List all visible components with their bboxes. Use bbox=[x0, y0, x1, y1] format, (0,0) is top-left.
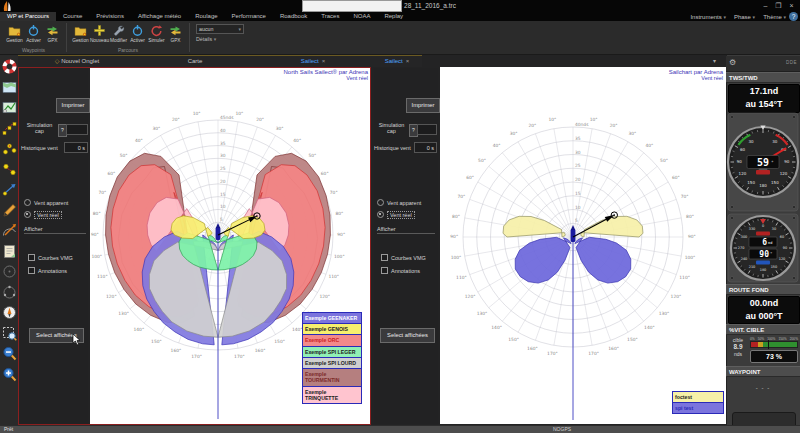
zoom-selection-icon[interactable] bbox=[2, 326, 17, 341]
activer-button[interactable]: Activer bbox=[128, 22, 147, 46]
historique-vent-input[interactable]: 0 s bbox=[64, 142, 88, 153]
map-icon[interactable] bbox=[2, 80, 17, 95]
radio-vent-reel[interactable]: Vent réel bbox=[377, 211, 415, 218]
menu-tab-noaa[interactable]: NOAA bbox=[346, 12, 377, 21]
menu-instruments[interactable]: Instruments ▾ bbox=[690, 14, 726, 20]
ribbon-group-parcours: GestionNouveauModifierActiverSimulerGPXP… bbox=[69, 21, 187, 54]
help-button[interactable]: ? bbox=[789, 12, 798, 21]
svg-text:150°: 150° bbox=[627, 337, 638, 342]
simulation-cap-input[interactable] bbox=[66, 124, 88, 135]
legend-item[interactable]: Exemple GEENAKER bbox=[302, 312, 362, 323]
button-label: Nouveau bbox=[90, 38, 109, 43]
nouveau-button[interactable]: Nouveau bbox=[90, 22, 109, 46]
menu-tab-affichage-m-t-o[interactable]: Affichage météo bbox=[131, 12, 188, 21]
svg-text:210: 210 bbox=[749, 265, 755, 269]
radio-vent-reel[interactable]: Vent réel bbox=[24, 211, 62, 218]
historique-vent-input[interactable]: 0 s bbox=[414, 142, 437, 153]
menu-tab-roulage[interactable]: Roulage bbox=[188, 12, 224, 21]
print-button[interactable]: Imprimer bbox=[56, 98, 90, 113]
simulation-cap-input[interactable] bbox=[417, 124, 437, 135]
menu-tab-pr-visions[interactable]: Prévisions bbox=[89, 12, 131, 21]
gestion-button[interactable]: Gestion bbox=[71, 22, 90, 46]
close-tab-icon[interactable]: × bbox=[406, 58, 410, 64]
route-arrow-icon[interactable] bbox=[2, 182, 17, 197]
tab-sailect[interactable]: Sailect× bbox=[254, 56, 372, 67]
notepad-icon[interactable] bbox=[2, 244, 17, 259]
legend-item[interactable]: foctest bbox=[672, 391, 724, 402]
circle-points-icon[interactable] bbox=[2, 285, 17, 300]
legend-item[interactable]: Exemple SPI LEGER bbox=[302, 346, 362, 357]
map-route-icon[interactable] bbox=[2, 100, 17, 115]
menu-phase[interactable]: Phase ▾ bbox=[734, 14, 755, 20]
close-tab-icon[interactable]: × bbox=[322, 58, 326, 64]
legend-item[interactable]: Exemple TOURMENTIN bbox=[302, 368, 362, 385]
button-label: Modifier bbox=[110, 38, 127, 43]
radio-vent-apparent[interactable]: Vent apparent bbox=[377, 199, 421, 206]
route-dashed-icon[interactable] bbox=[2, 121, 17, 136]
waypoints-icon[interactable] bbox=[2, 141, 17, 156]
parcours-dropdown[interactable]: aucun▾ bbox=[196, 24, 244, 34]
details-toggle[interactable]: Détails ▾ bbox=[196, 36, 244, 42]
menu-tab-replay[interactable]: Replay bbox=[377, 12, 410, 21]
menu-tab-performance[interactable]: Performance bbox=[225, 12, 273, 21]
svg-text:120: 120 bbox=[779, 257, 785, 261]
activer-button[interactable]: Activer bbox=[24, 22, 43, 46]
svg-text:120°: 120° bbox=[465, 294, 476, 299]
checkbox-annotations[interactable]: Annotations bbox=[28, 267, 67, 274]
print-button[interactable]: Imprimer bbox=[406, 98, 440, 113]
folder-icon bbox=[8, 24, 21, 37]
waypoints-group-icon[interactable] bbox=[2, 162, 17, 177]
radio-vent-apparent[interactable]: Vent apparent bbox=[24, 199, 68, 206]
legend-item[interactable]: Exemple TRINQUETTE bbox=[302, 386, 362, 404]
zoom-out-icon[interactable] bbox=[2, 346, 17, 361]
legend-item[interactable]: Exemple GENOIS bbox=[302, 323, 362, 334]
select-affichees-button[interactable]: Select affichées bbox=[380, 328, 435, 343]
svg-text:10°: 10° bbox=[590, 117, 598, 122]
compass-gauge: 03060901201501802102402703003306nd90° bbox=[726, 213, 800, 283]
checkbox-annotations[interactable]: Annotations bbox=[381, 267, 420, 274]
svg-text:70°: 70° bbox=[681, 194, 689, 199]
checkbox-courbes-vmg[interactable]: Courbes VMG bbox=[381, 254, 426, 261]
menu-tab-course[interactable]: Course bbox=[56, 12, 89, 21]
gpx-button[interactable]: GPX bbox=[166, 22, 185, 46]
mob-lifebuoy-icon[interactable] bbox=[2, 59, 17, 74]
checkbox-icon bbox=[28, 254, 35, 261]
checkbox-icon bbox=[381, 267, 388, 274]
gear-icon[interactable]: ⚙ bbox=[729, 58, 736, 67]
svg-text:30°: 30° bbox=[153, 126, 161, 131]
minimize-button[interactable]: – bbox=[759, 1, 772, 11]
legend-item[interactable]: Exemple SPI LOURD bbox=[302, 357, 362, 368]
menu-tab-traces[interactable]: Traces bbox=[314, 12, 346, 21]
menu-theme[interactable]: Thème ▾ bbox=[763, 14, 786, 20]
vit-percent-display: 73 % bbox=[750, 350, 798, 363]
gpx-button[interactable]: GPX bbox=[43, 22, 62, 46]
svg-text:40°: 40° bbox=[293, 138, 301, 143]
tab-nouvel-onglet[interactable]: ◇ Nouvel Onglet bbox=[18, 56, 136, 67]
checkbox-icon bbox=[28, 267, 35, 274]
menu-tab-wp-et-parcours[interactable]: WP et Parcours bbox=[0, 12, 56, 21]
svg-text:60: 60 bbox=[740, 147, 746, 152]
modifier-button[interactable]: Modifier bbox=[109, 22, 128, 46]
tab-carte[interactable]: Carte bbox=[136, 56, 254, 67]
bearing-compass-icon[interactable] bbox=[2, 223, 17, 238]
legend-item[interactable]: spi test bbox=[672, 402, 724, 414]
svg-text:80°: 80° bbox=[335, 211, 343, 216]
simulation-cap-label: Simulation cap bbox=[375, 122, 408, 134]
edit-route-icon[interactable] bbox=[2, 203, 17, 218]
circle-tool-icon[interactable] bbox=[2, 264, 17, 279]
tab-sailect[interactable]: Sailect× bbox=[372, 56, 422, 67]
legend-item[interactable]: Exemple ORC bbox=[302, 334, 362, 345]
close-button[interactable]: × bbox=[785, 1, 798, 11]
maximize-button[interactable]: ❐ bbox=[772, 1, 785, 11]
menu-tab-roadbook[interactable]: Roadbook bbox=[273, 12, 314, 21]
checkbox-courbes-vmg[interactable]: Courbes VMG bbox=[28, 254, 73, 261]
zoom-in-icon[interactable] bbox=[2, 367, 17, 382]
svg-text:140°: 140° bbox=[491, 325, 502, 330]
simuler-button[interactable]: Simuler bbox=[147, 22, 166, 46]
gestion-button[interactable]: Gestion bbox=[5, 22, 24, 46]
compass-pointer-icon[interactable] bbox=[2, 305, 17, 320]
vit-cible-gauge: 0%50%100%150%200% 73 % bbox=[750, 337, 798, 363]
svg-text:nd: nd bbox=[768, 241, 772, 245]
panel-options-icon[interactable]: ▾ bbox=[713, 57, 716, 64]
svg-text:170°: 170° bbox=[191, 354, 202, 359]
